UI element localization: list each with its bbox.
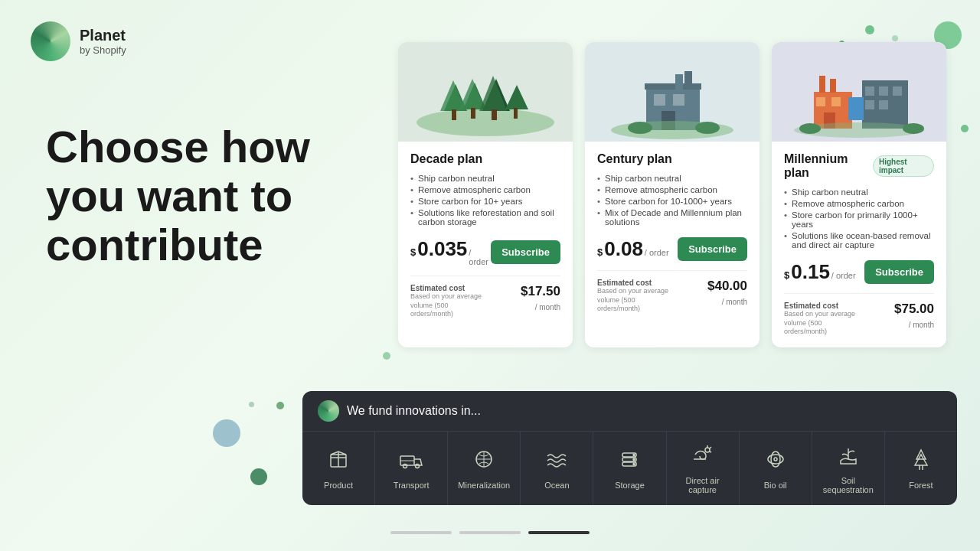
- svg-point-58: [705, 448, 710, 452]
- plan-features-decade: Ship carbon neutralRemove atmospheric ca…: [410, 174, 560, 227]
- innovation-label-bio-oil: Bio oil: [764, 481, 787, 490]
- innovations-header: We fund innovations in...: [302, 391, 957, 432]
- svg-rect-31: [879, 86, 888, 96]
- decorative-dot: [213, 419, 240, 447]
- storage-icon: [617, 447, 642, 474]
- plan-feature: Remove atmospheric carbon: [784, 199, 934, 208]
- subscribe-button-decade[interactable]: Subscribe: [491, 240, 560, 264]
- svg-rect-27: [831, 97, 841, 106]
- est-amount-century: $40.00 / month: [707, 279, 747, 308]
- bio-icon: [763, 447, 788, 474]
- svg-point-45: [403, 465, 407, 468]
- logo-subtitle: by Shopify: [80, 44, 126, 56]
- innovation-item-product[interactable]: Product: [302, 432, 375, 505]
- plan-name-millennium: Millennium plan Highest impact: [784, 152, 934, 180]
- plan-card-millennium: Millennium plan Highest impact Ship carb…: [772, 42, 946, 347]
- plan-feature: Ship carbon neutral: [597, 174, 747, 183]
- innovation-item-mineralization[interactable]: Mineralization: [448, 432, 521, 505]
- est-value: $17.50: [521, 284, 560, 299]
- truck-icon: [399, 447, 423, 474]
- plan-illustration-millennium: [772, 42, 946, 142]
- plan-illustration-decade: [398, 42, 573, 142]
- innovations-bar: We fund innovations in... Product Transp…: [302, 391, 957, 505]
- svg-rect-7: [471, 108, 475, 119]
- estimated-cost-millennium: Estimated cost Based on your average vol…: [784, 293, 934, 337]
- svg-point-64: [774, 458, 777, 461]
- plan-illustration-century: [585, 42, 760, 142]
- mineral-icon: [472, 447, 496, 474]
- svg-point-62: [771, 452, 780, 467]
- subscribe-button-century[interactable]: Subscribe: [678, 237, 747, 261]
- svg-rect-26: [816, 97, 825, 106]
- plan-body-decade: Decade plan Ship carbon neutralRemove at…: [398, 142, 573, 330]
- plan-price-decade: $ 0.035 / order: [410, 237, 491, 266]
- est-desc: Based on your average volume (500 orders…: [410, 292, 487, 319]
- svg-rect-19: [684, 71, 692, 90]
- innovation-label-mineralization: Mineralization: [458, 481, 510, 490]
- svg-rect-32: [893, 86, 902, 96]
- svg-marker-66: [915, 455, 927, 465]
- svg-rect-34: [879, 100, 888, 109]
- svg-rect-15: [654, 94, 665, 106]
- innovation-item-forest[interactable]: Forest: [885, 432, 957, 505]
- plan-price-row-century: $ 0.08 / order Subscribe: [597, 237, 747, 261]
- hero-section: Choose how you want to contribute: [46, 122, 368, 269]
- decorative-dot: [276, 402, 284, 409]
- pagination-dot-2[interactable]: [528, 531, 590, 534]
- svg-rect-4: [452, 109, 456, 120]
- innovation-item-ocean[interactable]: Ocean: [521, 432, 593, 505]
- svg-rect-18: [645, 83, 701, 90]
- innovation-item-storage[interactable]: Storage: [593, 432, 666, 505]
- logo-area: Planet by Shopify: [31, 21, 126, 61]
- est-amount-millennium: $75.00 / month: [894, 302, 934, 331]
- plan-feature: Store carbon for 10-1000+ years: [597, 197, 747, 206]
- decorative-dot: [961, 125, 969, 132]
- plan-feature: Mix of Decade and Millennium plan soluti…: [597, 208, 747, 227]
- est-period: / month: [535, 303, 560, 311]
- innovation-item-soil-sequestration[interactable]: Soil sequestration: [812, 432, 885, 505]
- plan-feature: Remove atmospheric carbon: [410, 185, 560, 194]
- plans-container: Decade plan Ship carbon neutralRemove at…: [398, 42, 957, 347]
- subscribe-button-millennium[interactable]: Subscribe: [864, 260, 934, 284]
- innovation-item-direct-air-capture[interactable]: Direct air capture: [667, 432, 740, 505]
- est-label: Estimated cost: [784, 302, 861, 310]
- decorative-dot: [383, 352, 390, 360]
- svg-point-63: [768, 455, 783, 464]
- pagination-dot-1[interactable]: [459, 531, 521, 534]
- svg-point-56: [633, 464, 635, 465]
- innovation-label-direct-air-capture: Direct air capture: [673, 476, 733, 494]
- plan-feature: Ship carbon neutral: [410, 174, 560, 183]
- plan-card-decade: Decade plan Ship carbon neutralRemove at…: [398, 42, 573, 347]
- box-icon: [326, 447, 351, 474]
- price-per: / order: [469, 248, 491, 266]
- est-period: / month: [909, 321, 934, 329]
- price-per: / order: [645, 248, 669, 257]
- svg-point-54: [633, 455, 635, 456]
- svg-rect-12: [514, 108, 518, 119]
- est-label: Estimated cost: [410, 284, 487, 292]
- svg-rect-10: [492, 109, 497, 120]
- innovation-item-transport[interactable]: Transport: [375, 432, 448, 505]
- svg-point-23: [695, 122, 720, 134]
- estimated-cost-century: Estimated cost Based on your average vol…: [597, 270, 747, 314]
- innovation-label-forest: Forest: [909, 481, 933, 490]
- svg-rect-35: [848, 97, 864, 120]
- svg-rect-33: [865, 100, 874, 109]
- svg-line-61: [710, 452, 711, 452]
- pagination-dot-0[interactable]: [390, 531, 452, 534]
- decorative-dot: [865, 25, 874, 34]
- innovation-label-storage: Storage: [615, 481, 645, 490]
- logo-title: Planet: [80, 27, 126, 44]
- price-main: 0.035: [417, 237, 467, 261]
- price-dollar: $: [410, 246, 416, 258]
- innovation-label-transport: Transport: [394, 481, 430, 490]
- innovation-item-bio-oil[interactable]: Bio oil: [740, 432, 812, 505]
- est-desc: Based on your average volume (500 orders…: [597, 287, 674, 314]
- svg-point-55: [633, 459, 635, 461]
- plan-price-row-decade: $ 0.035 / order Subscribe: [410, 237, 560, 266]
- plan-feature: Store carbon for 10+ years: [410, 197, 560, 206]
- plan-body-millennium: Millennium plan Highest impact Ship carb…: [772, 142, 946, 347]
- plan-name-century: Century plan: [597, 152, 747, 166]
- plan-feature: Solutions like reforestation and soil ca…: [410, 208, 560, 227]
- pagination: [390, 531, 590, 534]
